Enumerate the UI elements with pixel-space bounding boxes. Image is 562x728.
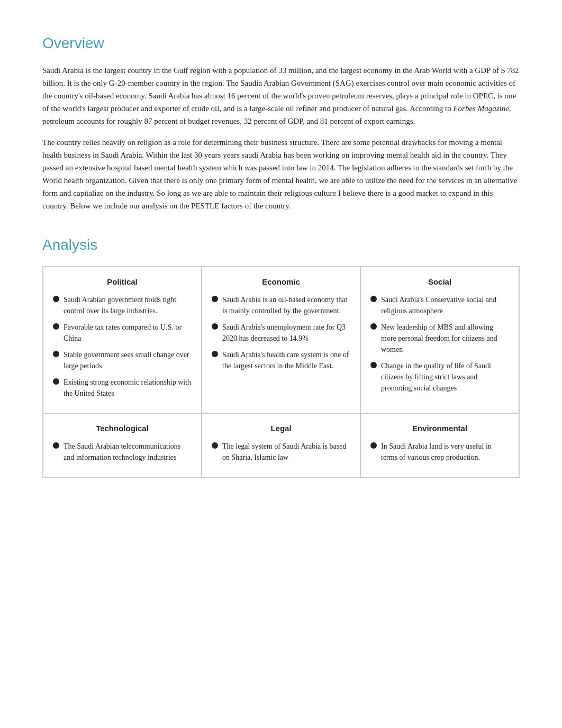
list-item: Saudi Arabia is an oil-based economy tha… bbox=[212, 294, 350, 316]
bullet-icon bbox=[53, 351, 59, 357]
environmental-list: In Saudi Arabia land is very useful in t… bbox=[370, 441, 509, 463]
technological-heading: Technological bbox=[53, 422, 192, 434]
analysis-title: Analysis bbox=[42, 233, 520, 256]
list-item: Stable government sees small change over… bbox=[53, 349, 192, 371]
overview-paragraph-2: The country relies heavily on religion a… bbox=[42, 136, 520, 212]
environmental-cell: Environmental In Saudi Arabia land is ve… bbox=[360, 413, 519, 477]
legal-heading: Legal bbox=[212, 422, 350, 434]
list-item: Saudi Arabia's health care system is one… bbox=[212, 349, 350, 371]
analysis-section: Analysis Political Saudi Arabian governm… bbox=[42, 233, 520, 478]
bullet-icon bbox=[53, 378, 59, 385]
political-cell: Political Saudi Arabian government holds… bbox=[43, 267, 202, 413]
analysis-grid: Political Saudi Arabian government holds… bbox=[42, 266, 520, 478]
economic-heading: Economic bbox=[212, 276, 350, 288]
list-item: New leadership of MBS and allowing more … bbox=[370, 322, 509, 355]
list-item: Saudi Arabia's Conservative social and r… bbox=[370, 294, 509, 316]
list-item: Saudi Arabia's unemployment rate for Q3 … bbox=[212, 322, 350, 344]
bullet-icon bbox=[212, 442, 218, 449]
overview-content: Saudi Arabia is the largest country in t… bbox=[42, 64, 520, 212]
overview-paragraph-1: Saudi Arabia is the largest country in t… bbox=[42, 64, 520, 128]
political-list: Saudi Arabian government holds tight con… bbox=[53, 294, 192, 399]
bullet-icon bbox=[53, 323, 59, 330]
bullet-icon bbox=[53, 296, 59, 302]
legal-cell: Legal The legal system of Saudi Arabia i… bbox=[202, 413, 360, 477]
social-cell: Social Saudi Arabia's Conservative socia… bbox=[360, 267, 519, 413]
list-item: Favorable tax rates compared to U.S. or … bbox=[53, 322, 192, 344]
bullet-icon bbox=[370, 362, 377, 368]
bullet-icon bbox=[212, 323, 218, 330]
list-item: The Saudi Arabian telecommunications and… bbox=[53, 441, 192, 463]
list-item: Change in the quality of life of Saudi c… bbox=[370, 360, 509, 394]
list-item: In Saudi Arabia land is very useful in t… bbox=[370, 441, 509, 463]
environmental-heading: Environmental bbox=[370, 422, 509, 434]
list-item: Existing strong economic relationship wi… bbox=[53, 377, 192, 399]
bullet-icon bbox=[212, 351, 218, 357]
technological-list: The Saudi Arabian telecommunications and… bbox=[53, 441, 192, 463]
bullet-icon bbox=[370, 323, 377, 330]
bullet-icon bbox=[370, 442, 377, 449]
legal-list: The legal system of Saudi Arabia is base… bbox=[212, 441, 350, 463]
list-item: Saudi Arabian government holds tight con… bbox=[53, 294, 192, 316]
economic-list: Saudi Arabia is an oil-based economy tha… bbox=[212, 294, 350, 371]
bullet-icon bbox=[370, 296, 377, 302]
economic-cell: Economic Saudi Arabia is an oil-based ec… bbox=[202, 267, 360, 413]
overview-title: Overview bbox=[42, 32, 520, 54]
bullet-icon bbox=[212, 296, 218, 302]
technological-cell: Technological The Saudi Arabian telecomm… bbox=[43, 413, 202, 477]
list-item: The legal system of Saudi Arabia is base… bbox=[212, 441, 350, 463]
bullet-icon bbox=[53, 442, 59, 449]
social-list: Saudi Arabia's Conservative social and r… bbox=[370, 294, 509, 394]
political-heading: Political bbox=[53, 276, 192, 288]
social-heading: Social bbox=[370, 276, 509, 288]
